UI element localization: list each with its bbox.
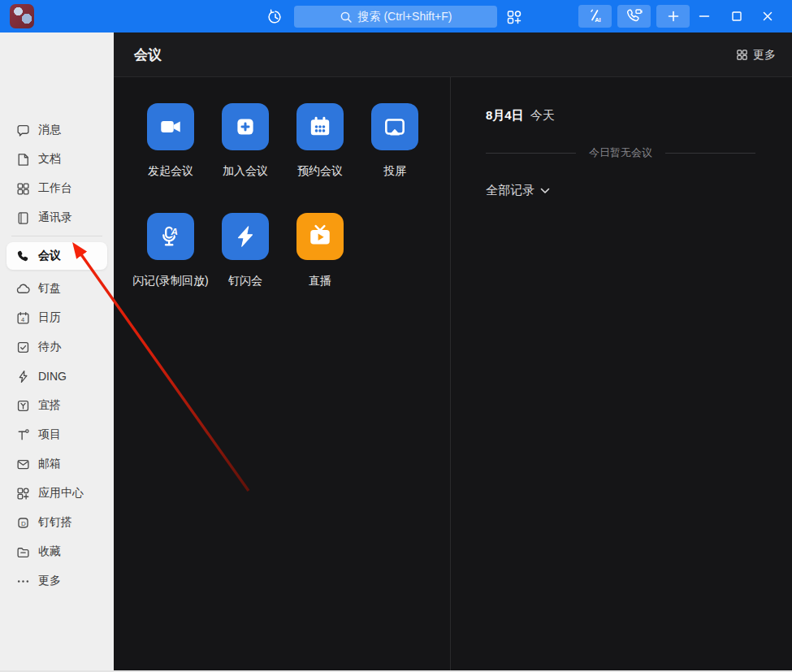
mail-icon bbox=[16, 457, 30, 471]
history-icon bbox=[267, 9, 283, 25]
schedule-calendar-icon bbox=[307, 114, 333, 140]
divider-line bbox=[665, 153, 755, 154]
shortcut-row: A 闪记(录制回放) 钉闪会 bbox=[133, 213, 450, 288]
sidebar-item-contacts[interactable]: 通讯录 bbox=[6, 205, 107, 231]
minimize-icon bbox=[699, 11, 710, 22]
yida-icon bbox=[16, 399, 30, 413]
shortcut-screen-cast[interactable]: 投屏 bbox=[357, 103, 432, 179]
project-icon bbox=[16, 428, 30, 442]
shortcut-flash-record[interactable]: A 闪记(录制回放) bbox=[133, 213, 208, 288]
shortcut-label: 闪记(录制回放) bbox=[132, 274, 208, 288]
sidebar-item-calendar[interactable]: 4 日历 bbox=[6, 305, 107, 331]
shortcut-live-broadcast[interactable]: 直播 bbox=[283, 213, 357, 288]
all-records-dropdown[interactable]: 全部记录 bbox=[486, 183, 755, 198]
app-center-icon bbox=[16, 487, 30, 501]
sidebar-item-label: 收藏 bbox=[38, 544, 61, 559]
shortcut-label: 钉闪会 bbox=[228, 274, 262, 288]
search-placeholder: 搜索 (Ctrl+Shift+F) bbox=[358, 10, 452, 24]
more-dots-icon bbox=[16, 574, 30, 588]
shortcut-row: 发起会议 加入会议 bbox=[133, 103, 450, 179]
cloud-drive-icon bbox=[16, 282, 30, 296]
shortcut-label: 投屏 bbox=[383, 164, 406, 179]
join-plus-icon bbox=[232, 114, 258, 140]
svg-text:4: 4 bbox=[21, 315, 24, 323]
search-input[interactable]: 搜索 (Ctrl+Shift+F) bbox=[294, 6, 497, 28]
shortcut-label: 预约会议 bbox=[297, 164, 343, 179]
new-plus-button[interactable] bbox=[656, 5, 690, 28]
contacts-icon bbox=[16, 211, 30, 225]
shortcut-flash-meeting[interactable]: 钉闪会 bbox=[208, 213, 283, 288]
todo-icon bbox=[16, 340, 30, 354]
sidebar-item-label: 日历 bbox=[38, 310, 61, 325]
no-meetings-text: 今日暂无会议 bbox=[589, 145, 652, 160]
sidebar-item-favorites[interactable]: 收藏 bbox=[6, 539, 107, 565]
divider-line bbox=[486, 153, 576, 154]
no-meetings-divider: 今日暂无会议 bbox=[486, 145, 755, 160]
shortcut-join-meeting[interactable]: 加入会议 bbox=[208, 103, 283, 179]
sidebar-item-label: 宜搭 bbox=[38, 398, 61, 413]
meeting-phone-icon bbox=[16, 249, 30, 263]
workbench-icon bbox=[16, 182, 30, 196]
grid-icon bbox=[736, 49, 748, 61]
search-icon bbox=[340, 11, 353, 24]
sidebar-item-app-center[interactable]: 应用中心 bbox=[6, 480, 107, 506]
close-icon bbox=[762, 11, 773, 22]
ai-translate-icon: AI bbox=[587, 8, 604, 24]
svg-text:A: A bbox=[171, 226, 178, 236]
date-row: 8月4日 今天 bbox=[486, 108, 755, 124]
all-records-label: 全部记录 bbox=[486, 183, 534, 198]
sidebar-item-workbench[interactable]: 工作台 bbox=[6, 176, 107, 202]
maximize-button[interactable] bbox=[725, 5, 748, 28]
shortcut-start-meeting[interactable]: 发起会议 bbox=[133, 103, 208, 179]
sidebar-item-label: 通讯录 bbox=[38, 210, 72, 225]
sidebar-item-label: 工作台 bbox=[38, 181, 72, 196]
app-logo-avatar[interactable] bbox=[10, 4, 34, 28]
schedule-pane: 8月4日 今天 今日暂无会议 全部记录 bbox=[452, 77, 792, 672]
quick-apps-button[interactable] bbox=[504, 7, 525, 28]
sidebar-item-label: 待办 bbox=[38, 340, 61, 354]
sidebar-item-project[interactable]: 项目 bbox=[6, 422, 107, 448]
sidebar-item-meeting[interactable]: 会议 bbox=[6, 242, 107, 270]
sidebar-divider bbox=[11, 236, 102, 236]
sidebar-item-ding[interactable]: DING bbox=[6, 363, 107, 389]
meeting-shortcuts-pane: 发起会议 加入会议 bbox=[114, 77, 451, 672]
flash-record-mic-icon: A bbox=[158, 223, 184, 249]
calendar-icon: 4 bbox=[16, 311, 30, 325]
shortcut-schedule-meeting[interactable]: 预约会议 bbox=[283, 103, 357, 179]
main-header: 会议 更多 bbox=[114, 33, 792, 77]
sidebar-item-todo[interactable]: 待办 bbox=[6, 334, 107, 360]
calls-button[interactable] bbox=[617, 5, 651, 28]
flash-meeting-bolt-icon bbox=[232, 223, 258, 249]
ai-translate-button[interactable]: AI bbox=[578, 5, 612, 28]
sidebar-item-drive[interactable]: 钉盘 bbox=[6, 275, 107, 301]
sidebar-item-yida[interactable]: 宜搭 bbox=[6, 392, 107, 418]
sidebar-item-label: DING bbox=[38, 370, 67, 383]
header-more-label: 更多 bbox=[753, 48, 776, 63]
header-more-button[interactable]: 更多 bbox=[736, 33, 776, 77]
sidebar-item-more[interactable]: 更多 bbox=[6, 568, 107, 594]
sidebar-item-label: 更多 bbox=[38, 574, 61, 588]
sidebar-item-label: 钉钉搭 bbox=[38, 515, 72, 530]
live-tv-icon bbox=[307, 223, 333, 249]
document-icon bbox=[16, 153, 30, 167]
sidebar-item-label: 钉盘 bbox=[38, 281, 61, 296]
page-title: 会议 bbox=[134, 46, 162, 64]
sidebar-item-dingtalk-build[interactable]: D 钉钉搭 bbox=[6, 509, 107, 535]
shortcut-label: 加入会议 bbox=[223, 164, 268, 179]
sidebar-item-label: 消息 bbox=[38, 123, 61, 137]
shortcut-label: 直播 bbox=[309, 274, 331, 288]
svg-text:D: D bbox=[21, 519, 26, 527]
sidebar: 消息 文档 工作台 通讯录 bbox=[0, 33, 114, 672]
sidebar-item-label: 应用中心 bbox=[38, 486, 84, 501]
sidebar-item-docs[interactable]: 文档 bbox=[6, 146, 107, 172]
sidebar-item-mail[interactable]: 邮箱 bbox=[6, 451, 107, 477]
sidebar-item-label: 文档 bbox=[38, 152, 61, 167]
minimize-button[interactable] bbox=[693, 5, 716, 28]
sidebar-item-label: 邮箱 bbox=[38, 457, 61, 471]
sidebar-item-label: 会议 bbox=[38, 249, 61, 263]
close-button[interactable] bbox=[756, 5, 779, 28]
history-button[interactable] bbox=[265, 7, 286, 28]
video-camera-icon bbox=[158, 114, 184, 140]
sidebar-item-messages[interactable]: 消息 bbox=[6, 117, 107, 143]
main-area: 会议 更多 bbox=[114, 33, 792, 672]
